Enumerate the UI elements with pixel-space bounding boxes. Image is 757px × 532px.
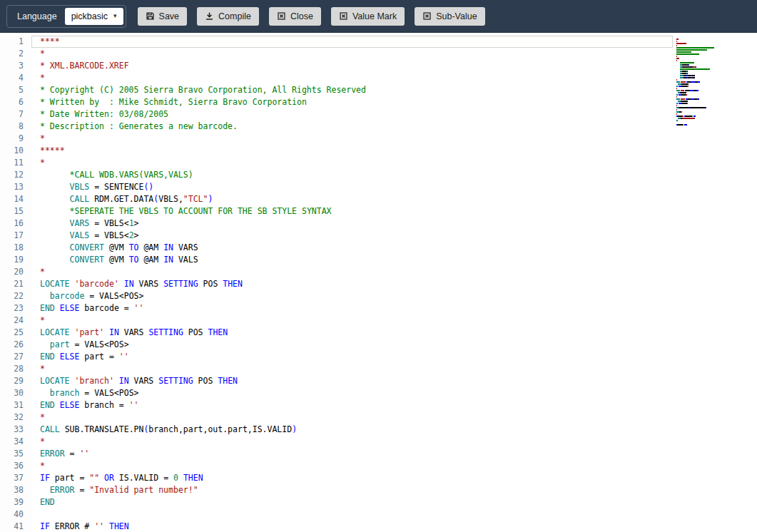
line-number: 6: [0, 96, 24, 108]
code-line[interactable]: END ELSE branch = '': [31, 399, 673, 411]
code-line[interactable]: END ELSE barcode = '': [31, 302, 673, 314]
line-number: 4: [0, 72, 24, 84]
compile-button[interactable]: Compile: [197, 7, 259, 26]
close-button[interactable]: Close: [269, 7, 321, 26]
line-number: 37: [0, 472, 24, 484]
close-icon: [277, 11, 286, 21]
code-line[interactable]: END ELSE part = '': [31, 351, 673, 363]
code-line[interactable]: * Copyright (C) 2005 Sierra Bravo Corpor…: [31, 84, 673, 96]
line-number: 36: [0, 460, 24, 472]
line-number: 29: [0, 375, 24, 387]
code-line[interactable]: barcode = VALS<POS>: [31, 290, 673, 302]
code-line[interactable]: IF part = "" OR IS.VALID = 0 THEN: [31, 472, 673, 484]
line-number: 12: [0, 169, 24, 181]
code-line[interactable]: *: [31, 157, 673, 169]
chevron-down-icon: ▾: [113, 13, 117, 19]
line-number: 9: [0, 133, 24, 145]
code-line[interactable]: CALL RDM.GET.DATA(VBLS,"TCL"): [31, 193, 673, 205]
code-line[interactable]: CALL SUB.TRANSLATE.PN(branch,part,out.pa…: [31, 424, 673, 436]
compile-button-label: Compile: [218, 11, 251, 21]
code-line[interactable]: *: [31, 72, 673, 84]
code-line[interactable]: END: [31, 496, 673, 508]
line-number: 15: [0, 205, 24, 218]
code-line[interactable]: *: [31, 266, 673, 278]
code-line[interactable]: ****: [31, 36, 673, 48]
code-line[interactable]: LOCATE 'branch' IN VARS SETTING POS THEN: [31, 375, 673, 387]
line-number: 38: [0, 484, 24, 496]
value-mark-button[interactable]: Value Mark: [331, 7, 405, 26]
line-number: 22: [0, 290, 24, 302]
line-number: 10: [0, 145, 24, 157]
line-number: 11: [0, 157, 24, 169]
line-number: 33: [0, 424, 24, 436]
line-number: 18: [0, 242, 24, 254]
line-number-gutter: 1234567891011121314151617181920212223242…: [0, 36, 31, 532]
code-line[interactable]: ERROR = '': [31, 448, 673, 460]
code-line[interactable]: IF ERROR # '' THEN: [31, 521, 673, 532]
line-number: 32: [0, 411, 24, 424]
code-line[interactable]: *: [31, 314, 673, 327]
line-number: 17: [0, 230, 24, 242]
code-line[interactable]: * XML.BARCODE.XREF: [31, 60, 673, 72]
code-line[interactable]: *CALL WDB.VARS(VARS,VALS): [31, 169, 673, 181]
sub-value-icon: [422, 11, 432, 21]
code-line[interactable]: * Written by : Mike Schmidt, Sierra Brav…: [31, 96, 673, 108]
minimap[interactable]: [673, 36, 757, 532]
sub-value-button[interactable]: Sub-Value: [415, 7, 484, 26]
minimap-line: [676, 124, 757, 126]
line-number: 7: [0, 108, 24, 121]
line-number: 31: [0, 399, 24, 411]
line-number: 19: [0, 254, 24, 266]
value-mark-icon: [339, 11, 348, 21]
code-line[interactable]: [31, 508, 673, 521]
code-area[interactable]: ****** XML.BARCODE.XREF** Copyright (C) …: [31, 36, 673, 532]
line-number: 41: [0, 521, 24, 532]
code-line[interactable]: *SEPERATE THE VBLS TO ACCOUNT FOR THE SB…: [31, 205, 673, 218]
code-line[interactable]: VBLS = SENTENCE(): [31, 181, 673, 193]
language-label: Language: [9, 11, 65, 21]
code-line[interactable]: *: [31, 363, 673, 375]
code-line[interactable]: CONVERT @VM TO @AM IN VARS: [31, 242, 673, 254]
line-number: 40: [0, 508, 24, 521]
language-dropdown[interactable]: pickbasic ▾: [65, 8, 123, 25]
code-line[interactable]: *: [31, 460, 673, 472]
code-line[interactable]: *: [31, 436, 673, 448]
line-number: 39: [0, 496, 24, 508]
toolbar: Language pickbasic ▾ Save Compile: [0, 0, 757, 33]
code-line[interactable]: *: [31, 48, 673, 60]
code-editor[interactable]: 1234567891011121314151617181920212223242…: [0, 33, 757, 532]
code-line[interactable]: ERROR = "Invalid part number!": [31, 484, 673, 496]
line-number: 30: [0, 387, 24, 399]
line-number: 1: [0, 36, 24, 48]
code-line[interactable]: VALS = VBLS<2>: [31, 230, 673, 242]
line-number: 24: [0, 314, 24, 327]
code-line[interactable]: * Date Written: 03/08/2005: [31, 108, 673, 121]
code-line[interactable]: branch = VALS<POS>: [31, 387, 673, 399]
save-button[interactable]: Save: [138, 7, 188, 26]
code-line[interactable]: *: [31, 411, 673, 424]
code-line[interactable]: VARS = VBLS<1>: [31, 218, 673, 230]
sub-value-button-label: Sub-Value: [436, 11, 477, 21]
line-number: 23: [0, 302, 24, 314]
code-line[interactable]: * Description : Generates a new barcode.: [31, 121, 673, 133]
line-number: 35: [0, 448, 24, 460]
language-selector: Language pickbasic ▾: [6, 5, 126, 28]
line-number: 5: [0, 84, 24, 96]
line-number: 16: [0, 218, 24, 230]
code-line[interactable]: LOCATE 'part' IN VARS SETTING POS THEN: [31, 327, 673, 339]
value-mark-button-label: Value Mark: [352, 11, 397, 21]
code-line[interactable]: *****: [31, 145, 673, 157]
line-number: 20: [0, 266, 24, 278]
save-button-label: Save: [159, 11, 180, 21]
language-dropdown-value: pickbasic: [71, 11, 108, 21]
line-number: 13: [0, 181, 24, 193]
compile-icon: [205, 11, 214, 21]
line-number: 3: [0, 60, 24, 72]
line-number: 34: [0, 436, 24, 448]
code-line[interactable]: *: [31, 133, 673, 145]
code-line[interactable]: part = VALS<POS>: [31, 339, 673, 351]
line-number: 21: [0, 278, 24, 290]
code-line[interactable]: CONVERT @VM TO @AM IN VALS: [31, 254, 673, 266]
code-line[interactable]: LOCATE 'barcode' IN VARS SETTING POS THE…: [31, 278, 673, 290]
line-number: 14: [0, 193, 24, 205]
